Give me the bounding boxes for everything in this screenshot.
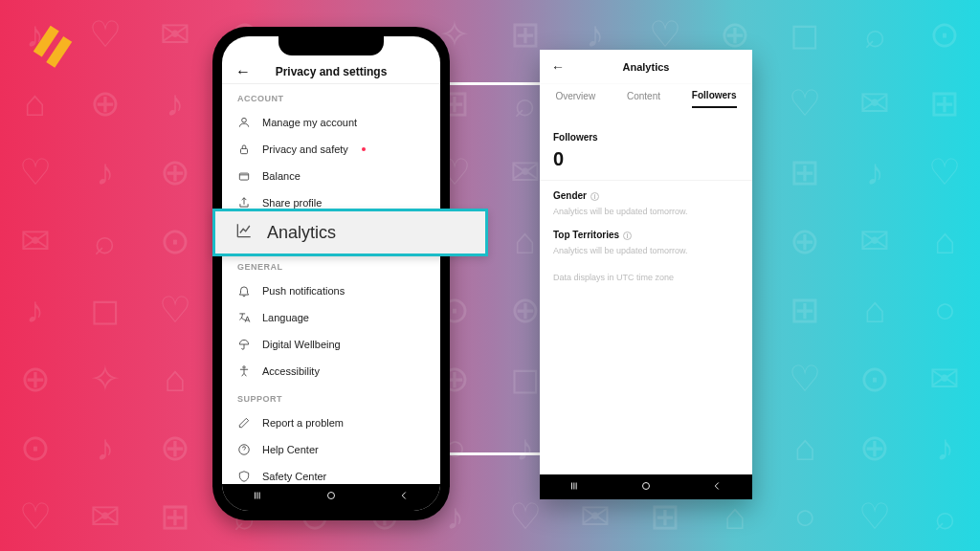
item-label: Help Center [262,444,319,455]
user-icon [237,116,251,129]
nav-back-icon[interactable] [710,479,724,495]
svg-point-6 [643,483,650,490]
tab-content[interactable]: Content [627,91,660,107]
item-label: Balance [262,170,301,182]
item-help-center[interactable]: Help Center [222,436,440,463]
info-icon: i [623,231,632,240]
wallet-icon [237,169,251,183]
item-push-notifications[interactable]: Push notifications [222,277,440,304]
section-support: SUPPORT [222,385,440,409]
territories-label: Top Territoriesi [553,230,739,240]
settings-title: Privacy and settings [276,65,388,78]
svg-point-5 [328,493,335,499]
nav-recent-icon[interactable] [568,479,582,495]
item-label: Safety Center [262,471,326,482]
svg-point-0 [242,118,247,122]
android-nav-bar [222,484,440,511]
item-label: Language [262,312,309,323]
shield-icon [237,470,251,483]
item-label: Privacy and safety [262,143,348,155]
share-icon [237,196,251,209]
android-nav-bar [540,474,752,499]
utc-note: Data displays in UTC time zone [553,273,739,282]
item-label: Manage my account [262,117,357,128]
territories-update-msg: Analytics will be updated tomorrow. [553,246,739,255]
info-icon: i [590,192,599,201]
back-arrow-icon[interactable]: ← [551,59,565,75]
gender-update-msg: Analytics will be updated tomorrow. [553,207,739,216]
brand-logo [27,19,78,71]
analytics-label: Analytics [267,223,336,243]
nav-home-icon[interactable] [639,479,653,495]
analytics-icon [234,221,254,244]
nav-recent-icon[interactable] [252,489,265,506]
item-label: Report a problem [262,417,344,429]
tab-followers[interactable]: Followers [692,90,737,108]
bell-icon [237,284,251,298]
item-label: Push notifications [262,285,345,297]
svg-rect-1 [241,148,248,153]
notification-dot-icon [362,147,366,151]
tab-overview[interactable]: Overview [555,91,595,107]
item-balance[interactable]: Balance [222,163,440,189]
section-account: ACCOUNT [222,84,440,109]
item-manage-account[interactable]: Manage my account [222,109,440,136]
svg-point-3 [243,366,245,368]
nav-back-icon[interactable] [397,489,411,506]
followers-label: Followers [553,132,739,143]
analytics-title: Analytics [623,61,670,73]
phone-analytics: ← Analytics Overview Content Followers F… [540,50,752,499]
item-privacy-safety[interactable]: Privacy and safety [222,136,440,163]
svg-rect-2 [239,173,248,180]
item-report-problem[interactable]: Report a problem [222,409,440,436]
analytics-header: ← Analytics [540,50,752,84]
item-language[interactable]: Language [222,304,440,331]
item-digital-wellbeing[interactable]: Digital Wellbeing [222,331,440,358]
umbrella-icon [237,338,251,351]
edit-icon [237,416,251,430]
back-arrow-icon[interactable]: ← [235,63,251,80]
language-icon [237,311,251,324]
analytics-tabs: Overview Content Followers [540,84,752,113]
accessibility-icon [237,364,251,378]
gender-label: Genderi [553,190,739,201]
divider [540,180,752,181]
phone-notch [278,36,384,55]
item-accessibility[interactable]: Accessibility [222,358,440,385]
nav-home-icon[interactable] [324,489,338,506]
analytics-highlight[interactable]: Analytics [212,209,488,256]
phone-settings: ← Privacy and settings ACCOUNT Manage my… [212,27,450,520]
item-label: Accessibility [262,365,320,377]
lock-icon [237,143,251,156]
followers-count: 0 [553,148,739,170]
help-icon [237,443,251,456]
item-label: Digital Wellbeing [262,339,341,350]
item-label: Share profile [262,197,322,209]
